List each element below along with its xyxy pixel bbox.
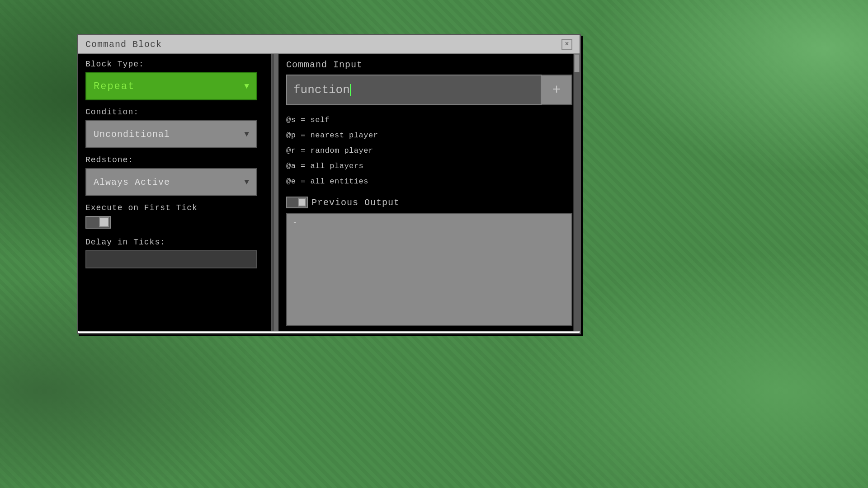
cursor-blink — [350, 84, 351, 96]
condition-dropdown[interactable]: Unconditional ▼ — [85, 120, 257, 148]
output-value: - — [292, 218, 297, 227]
block-type-value: Repeat — [94, 81, 135, 92]
execute-tick-thumb — [99, 217, 109, 227]
prev-output-thumb — [298, 198, 306, 206]
prev-output-toggle[interactable] — [286, 197, 308, 208]
help-line-4: @a = all players — [286, 159, 572, 174]
plus-button[interactable]: + — [542, 75, 572, 105]
right-scrollbar[interactable] — [573, 54, 580, 331]
help-line-2: @p = nearest player — [286, 128, 572, 143]
left-divider — [273, 54, 279, 331]
command-input-field[interactable]: function — [286, 75, 542, 105]
command-input-row: function + — [286, 75, 572, 105]
redstone-arrow: ▼ — [244, 178, 249, 187]
block-type-dropdown[interactable]: Repeat ▼ — [85, 72, 257, 100]
command-block-dialog: Command Block × Block Type: Repeat ▼ Con… — [77, 34, 581, 334]
condition-label: Condition: — [85, 108, 264, 117]
help-line-3: @r = random player — [286, 143, 572, 159]
execute-tick-toggle[interactable] — [85, 216, 111, 229]
condition-value: Unconditional — [94, 129, 170, 140]
help-text: @s = self @p = nearest player @r = rando… — [286, 113, 572, 189]
scrollbar-thumb — [574, 54, 580, 72]
redstone-dropdown[interactable]: Always Active ▼ — [85, 168, 257, 196]
help-line-5: @e = all entities — [286, 174, 572, 189]
right-panel: Command Input function + @s = self @p = … — [279, 54, 580, 331]
prev-output-row: Previous Output — [286, 197, 572, 208]
title-bar: Command Block × — [78, 35, 580, 54]
help-line-1: @s = self — [286, 113, 572, 128]
dialog-title: Command Block — [85, 39, 162, 50]
redstone-label: Redstone: — [85, 155, 264, 164]
condition-arrow: ▼ — [244, 130, 249, 139]
redstone-value: Always Active — [94, 177, 170, 188]
block-type-arrow: ▼ — [244, 82, 249, 91]
execute-tick-toggle-container — [85, 216, 264, 229]
delay-ticks-label: Delay in Ticks: — [85, 238, 264, 247]
prev-output-label: Previous Output — [311, 197, 400, 208]
dialog-content: Block Type: Repeat ▼ Condition: Uncondit… — [78, 54, 580, 331]
left-panel: Block Type: Repeat ▼ Condition: Uncondit… — [78, 54, 273, 331]
command-input-text: function — [293, 83, 350, 97]
close-button[interactable]: × — [561, 39, 572, 50]
block-type-label: Block Type: — [85, 60, 264, 69]
delay-ticks-input[interactable] — [85, 250, 257, 268]
output-box: - — [286, 213, 572, 326]
command-input-label: Command Input — [286, 60, 572, 70]
execute-tick-label: Execute on First Tick — [85, 203, 264, 212]
